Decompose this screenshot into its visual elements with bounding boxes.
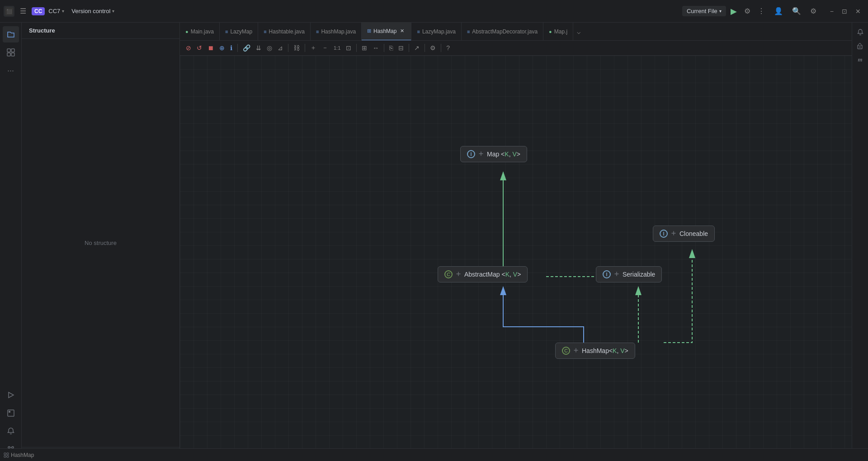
project-badge: CC — [32, 7, 45, 15]
toolbar-sep-4 — [356, 44, 357, 52]
node-hashmap-icon: C — [562, 347, 570, 355]
search-button[interactable]: 🔍 — [789, 5, 804, 17]
toolbar-layout-btn[interactable]: ⊞ — [359, 43, 369, 53]
tabs-bar: ● Main.java ≡ LazyMap ≡ Hashtable.java ≡… — [180, 23, 852, 41]
tab-hashmap-java[interactable]: ≡ HashMap.java — [311, 23, 362, 41]
tab-hashtable-java[interactable]: ≡ Hashtable.java — [258, 23, 311, 41]
tab-main-java[interactable]: ● Main.java — [180, 23, 220, 41]
toolbar-hierarchy-btn[interactable]: ⇊ — [254, 43, 264, 53]
diagram-toolbar: ⊘ ↺ ⏹ ⊕ ℹ 🔗 ⇊ ◎ ⊿ ⛓ ＋ － 1:1 ⊡ ⊞ ↔ ⎘ ⊟ ↗ — [180, 41, 852, 56]
node-serializable-link-icon — [613, 271, 620, 278]
tab-hashmap-diagram[interactable]: ⊞ HashMap ✕ — [362, 23, 411, 41]
close-tab-hashmap[interactable]: ✕ — [399, 28, 406, 34]
svg-rect-7 — [8, 410, 14, 416]
structure-content: No structure — [22, 39, 179, 447]
node-cloneable-link-icon — [670, 230, 677, 238]
more-actions-button[interactable]: ⋮ — [755, 5, 768, 17]
window-controls: − ⊡ ✕ — [826, 6, 864, 17]
toolbar-sep-8 — [441, 44, 441, 52]
sidebar-gallery[interactable] — [3, 405, 19, 421]
toolbar-sep-5 — [384, 44, 384, 52]
node-map-link-icon — [478, 151, 484, 158]
toolbar-zoom-reset-btn[interactable]: 1:1 — [331, 44, 343, 52]
node-cloneable-label: Cloneable — [679, 230, 708, 237]
svg-rect-22 — [4, 456, 6, 457]
close-button[interactable]: ✕ — [852, 6, 864, 17]
sidebar-run[interactable] — [3, 387, 19, 403]
toolbar-sep-1 — [237, 44, 238, 52]
tab-lazymap-java[interactable]: ≡ LazyMap.java — [411, 23, 461, 41]
toolbar-stop-btn[interactable]: ⏹ — [205, 43, 216, 53]
node-serializable[interactable]: I Serializable — [596, 266, 662, 282]
restore-button[interactable]: ⊡ — [838, 6, 851, 17]
profile-button[interactable]: 👤 — [771, 5, 786, 17]
node-map-label: Map <K, V> — [487, 151, 520, 158]
svg-rect-20 — [4, 453, 6, 455]
toolbar-info-btn[interactable]: ℹ — [228, 43, 235, 53]
toolbar-collapse-btn[interactable]: ⊟ — [396, 43, 406, 53]
build-settings-button[interactable]: ⚙ — [741, 5, 753, 17]
content-area: ● Main.java ≡ LazyMap ≡ Hashtable.java ≡… — [180, 23, 852, 461]
right-notification-icon[interactable] — [854, 26, 867, 39]
hamburger-menu[interactable]: ☰ — [18, 5, 28, 17]
toolbar-zoom-out-btn[interactable]: － — [320, 42, 330, 53]
titlebar: ⬛ ☰ CC CC7 ▾ Version control ▾ Current F… — [0, 0, 868, 23]
toolbar-sep-2 — [288, 44, 288, 52]
bottom-structure-item[interactable]: HashMap — [4, 452, 34, 458]
diagram-arrows — [180, 56, 852, 461]
version-control[interactable]: Version control ▾ — [71, 8, 114, 14]
sidebar-notifications[interactable] — [3, 423, 19, 439]
node-map-icon: I — [467, 150, 475, 158]
svg-rect-5 — [11, 53, 14, 56]
node-hashmap-link-icon — [573, 347, 579, 355]
toolbar-help-btn[interactable]: ? — [444, 43, 452, 53]
tab-map-j[interactable]: ● Map.j — [543, 23, 573, 41]
toolbar-fit-btn[interactable]: ⊡ — [344, 43, 354, 53]
sidebar-more-tools[interactable]: ··· — [3, 62, 19, 79]
toolbar-chain-btn[interactable]: ⛓ — [291, 43, 302, 53]
toolbar-error-btn[interactable]: ⊘ — [184, 43, 193, 53]
node-map[interactable]: I Map <K, V> — [460, 146, 527, 162]
toolbar-arrange-btn[interactable]: ↔ — [370, 43, 381, 53]
svg-marker-6 — [9, 392, 14, 398]
toolbar-show-btn[interactable]: ◎ — [264, 43, 274, 53]
node-abstractmap[interactable]: C AbstractMap <K, V> — [438, 266, 528, 282]
svg-rect-21 — [7, 453, 9, 455]
right-bookmark-icon[interactable]: m — [854, 53, 867, 66]
minimize-button[interactable]: − — [826, 6, 837, 17]
bottom-bar: HashMap — [0, 448, 868, 461]
toolbar-link-btn[interactable]: 🔗 — [241, 43, 253, 53]
structure-panel: Structure No structure HashMap — [22, 23, 180, 461]
sidebar-item-folder[interactable] — [3, 26, 19, 42]
project-chevron: ▾ — [62, 9, 64, 14]
tab-abstractmap-decorator[interactable]: ≡ AbstractMapDecorator.java — [462, 23, 543, 41]
diagram-canvas[interactable]: I Map <K, V> C AbstractMap <K, V> I — [180, 56, 852, 461]
node-abstractmap-label: AbstractMap <K, V> — [464, 271, 521, 278]
svg-rect-2 — [7, 49, 10, 52]
toolbar-settings-btn[interactable]: ⚙ — [428, 43, 438, 53]
sidebar-item-structure[interactable] — [3, 44, 19, 61]
toolbar-sync-btn[interactable]: ⊕ — [217, 43, 227, 53]
tab-lazy-map[interactable]: ≡ LazyMap — [220, 23, 258, 41]
node-cloneable[interactable]: I Cloneable — [653, 226, 715, 242]
current-file-button[interactable]: Current File ▾ — [682, 6, 726, 16]
main-layout: ··· Structure No structure HashMap — [0, 23, 868, 461]
toolbar-filter-btn[interactable]: ⊿ — [275, 43, 285, 53]
svg-rect-4 — [7, 53, 10, 56]
toolbar-reload-btn[interactable]: ↺ — [194, 43, 204, 53]
node-hashmap-label: HashMap<K, V> — [582, 347, 628, 354]
settings-button[interactable]: ⚙ — [807, 5, 819, 17]
toolbar-copy-btn[interactable]: ⎘ — [387, 43, 395, 53]
toolbar-sep-6 — [409, 44, 409, 52]
node-hashmap[interactable]: C HashMap<K, V> — [555, 343, 635, 359]
right-plugin-icon[interactable] — [854, 40, 867, 52]
project-name[interactable]: CC7 ▾ — [48, 8, 64, 14]
app-icon: ⬛ — [4, 6, 14, 17]
toolbar-export-btn[interactable]: ↗ — [412, 43, 422, 53]
toolbar-sep-7 — [425, 44, 425, 52]
tabs-overflow-button[interactable]: ⌵ — [573, 28, 584, 35]
toolbar-sep-3 — [305, 44, 305, 52]
toolbar-zoom-in-btn[interactable]: ＋ — [308, 42, 319, 53]
svg-text:⬛: ⬛ — [6, 9, 12, 14]
run-button[interactable]: ▶ — [728, 5, 740, 18]
